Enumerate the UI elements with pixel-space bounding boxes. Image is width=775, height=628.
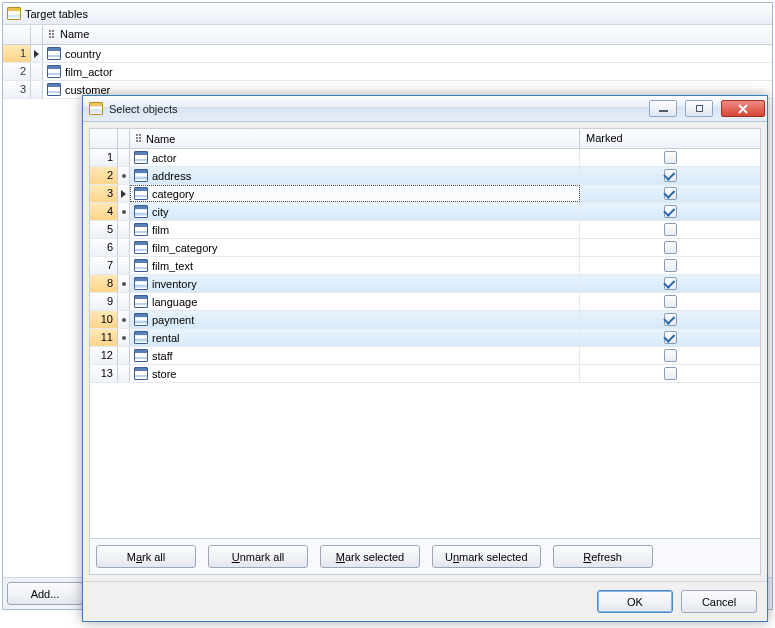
marked-checkbox[interactable] xyxy=(664,223,677,236)
row-indicator xyxy=(118,257,130,274)
refresh-button[interactable]: Refresh xyxy=(553,545,653,568)
unmark-all-button[interactable]: Unmark all xyxy=(208,545,308,568)
table-icon xyxy=(134,241,148,254)
marked-checkbox[interactable] xyxy=(664,187,677,200)
object-row[interactable]: 9language xyxy=(90,293,760,311)
marked-checkbox[interactable] xyxy=(664,313,677,326)
dialog-grid: Name Marked 1actor2address3category4city… xyxy=(89,128,761,575)
row-indicator xyxy=(118,311,130,328)
marked-checkbox[interactable] xyxy=(664,295,677,308)
marked-checkbox[interactable] xyxy=(664,349,677,362)
panel-header: Target tables xyxy=(3,3,772,25)
row-marked-cell xyxy=(580,293,760,310)
panel-title: Target tables xyxy=(25,3,88,25)
row-number: 5 xyxy=(90,221,118,238)
row-marked-cell xyxy=(580,203,760,220)
row-indicator xyxy=(118,365,130,382)
object-row[interactable]: 7film_text xyxy=(90,257,760,275)
row-indicator xyxy=(118,203,130,220)
row-name-cell: film_text xyxy=(130,257,580,274)
marked-checkbox[interactable] xyxy=(664,259,677,272)
object-row[interactable]: 10payment xyxy=(90,311,760,329)
dialog-footer: OK Cancel xyxy=(83,581,767,621)
table-icon xyxy=(134,331,148,344)
row-name: payment xyxy=(152,314,194,326)
mark-all-button[interactable]: Mark all xyxy=(96,545,196,568)
drag-handle-icon xyxy=(136,134,142,144)
row-name: film_text xyxy=(152,260,193,272)
add-button[interactable]: Add... xyxy=(7,582,83,605)
marked-checkbox[interactable] xyxy=(664,367,677,380)
row-number: 8 xyxy=(90,275,118,292)
table-icon xyxy=(134,223,148,236)
object-row[interactable]: 13store xyxy=(90,365,760,383)
row-name-cell: film xyxy=(130,221,580,238)
row-number: 4 xyxy=(90,203,118,220)
object-row[interactable]: 4city xyxy=(90,203,760,221)
table-icon xyxy=(134,313,148,326)
row-name: inventory xyxy=(152,278,197,290)
column-name[interactable]: Name xyxy=(43,26,772,44)
unmark-selected-button[interactable]: Unmark selected xyxy=(432,545,541,568)
table-icon xyxy=(134,169,148,182)
row-name: actor xyxy=(152,152,176,164)
row-indicator xyxy=(31,63,43,80)
row-name: rental xyxy=(152,332,180,344)
column-name[interactable]: Name xyxy=(130,129,580,148)
row-name-cell: inventory xyxy=(130,275,580,292)
object-row[interactable]: 6film_category xyxy=(90,239,760,257)
row-marked-cell xyxy=(580,347,760,364)
row-marked-cell xyxy=(580,365,760,382)
table-icon xyxy=(47,65,61,78)
marked-checkbox[interactable] xyxy=(664,205,677,218)
drag-handle-icon xyxy=(49,30,55,40)
dialog-titlebar[interactable]: Select objects xyxy=(83,96,767,122)
row-number: 7 xyxy=(90,257,118,274)
dialog-title: Select objects xyxy=(109,103,641,115)
object-row[interactable]: 1actor xyxy=(90,149,760,167)
table-row[interactable]: 1country xyxy=(3,45,772,63)
close-button[interactable] xyxy=(721,100,765,117)
row-marked-cell xyxy=(580,275,760,292)
minimize-button[interactable] xyxy=(649,100,677,117)
row-name: country xyxy=(65,48,101,60)
marked-checkbox[interactable] xyxy=(664,331,677,344)
row-number: 3 xyxy=(90,185,118,202)
object-row[interactable]: 12staff xyxy=(90,347,760,365)
row-indicator xyxy=(118,275,130,292)
cancel-button[interactable]: Cancel xyxy=(681,590,757,613)
table-row[interactable]: 2film_actor xyxy=(3,63,772,81)
row-number: 9 xyxy=(90,293,118,310)
row-name-cell: film_actor xyxy=(43,63,772,80)
column-marked[interactable]: Marked xyxy=(580,129,760,148)
object-row[interactable]: 11rental xyxy=(90,329,760,347)
ok-button[interactable]: OK xyxy=(597,590,673,613)
row-name-cell: category xyxy=(130,185,580,202)
marked-checkbox[interactable] xyxy=(664,169,677,182)
maximize-button[interactable] xyxy=(685,100,713,117)
row-indicator xyxy=(31,45,43,62)
row-name-cell: country xyxy=(43,45,772,62)
row-number: 10 xyxy=(90,311,118,328)
mark-selected-button[interactable]: Mark selected xyxy=(320,545,420,568)
row-number: 2 xyxy=(3,63,31,80)
row-number: 12 xyxy=(90,347,118,364)
row-name-cell: staff xyxy=(130,347,580,364)
row-indicator xyxy=(118,185,130,202)
table-icon xyxy=(134,367,148,380)
object-row[interactable]: 5film xyxy=(90,221,760,239)
marked-checkbox[interactable] xyxy=(664,277,677,290)
row-number: 3 xyxy=(3,81,31,98)
table-icon xyxy=(134,295,148,308)
object-row[interactable]: 2address xyxy=(90,167,760,185)
row-number: 2 xyxy=(90,167,118,184)
marked-checkbox[interactable] xyxy=(664,151,677,164)
dialog-toolbar: Mark all Unmark all Mark selected Unmark… xyxy=(90,538,760,574)
object-row[interactable]: 3category xyxy=(90,185,760,203)
marked-checkbox[interactable] xyxy=(664,241,677,254)
table-icon xyxy=(47,47,61,60)
row-name: film_category xyxy=(152,242,217,254)
row-number: 11 xyxy=(90,329,118,346)
table-icon xyxy=(47,83,61,96)
object-row[interactable]: 8inventory xyxy=(90,275,760,293)
